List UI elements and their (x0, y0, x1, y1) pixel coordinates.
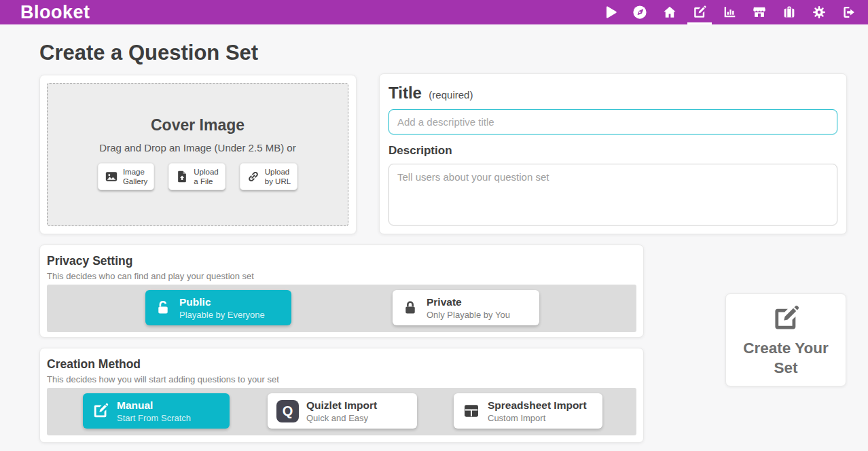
description-label: Description (388, 144, 837, 158)
nav-blooks[interactable] (774, 0, 804, 24)
edit-icon (92, 402, 109, 420)
quizlet-icon: Q (276, 400, 299, 422)
title-label-row: Title (required) (388, 84, 837, 103)
nav-market[interactable] (744, 0, 774, 24)
quizlet-sublabel: Quick and Easy (306, 413, 377, 423)
create-your-set-label: Create Your Set (726, 339, 846, 378)
gear-icon (812, 5, 827, 20)
creation-method-card: Creation Method This decides how you wil… (39, 348, 644, 443)
top-navbar: Blooket (0, 0, 868, 24)
manual-sublabel: Start From Scratch (117, 413, 191, 423)
image-gallery-button[interactable]: Image Gallery (98, 163, 154, 190)
private-sublabel: Only Playable by You (427, 310, 510, 320)
logout-icon (842, 5, 856, 20)
nav-create[interactable] (685, 0, 715, 24)
spreadsheet-sublabel: Custom Import (488, 413, 587, 423)
market-icon (752, 5, 767, 20)
creation-option-manual[interactable]: Manual Start From Scratch (83, 393, 230, 429)
edit-icon (692, 5, 707, 20)
nav-discover[interactable] (625, 0, 655, 24)
title-input[interactable] (388, 109, 837, 134)
page-title: Create a Question Set (39, 41, 258, 65)
table-icon (463, 402, 480, 420)
title-required-note: (required) (429, 89, 473, 101)
privacy-option-private[interactable]: Private Only Playable by You (393, 290, 539, 325)
edit-icon (771, 304, 801, 333)
bag-icon (782, 5, 797, 20)
private-label: Private (427, 296, 510, 308)
home-icon (662, 5, 677, 20)
cover-image-card: Cover Image Drag and Drop an Image (Unde… (39, 75, 357, 234)
privacy-options-strip: Public Playable by Everyone Private Only… (47, 285, 636, 332)
public-sublabel: Playable by Everyone (179, 310, 265, 320)
spreadsheet-label: Spreadsheet Import (488, 399, 587, 412)
title-description-card: Title (required) Description (379, 73, 847, 234)
creation-options-strip: Manual Start From Scratch Q Quizlet Impo… (47, 388, 636, 435)
cover-image-hint: Drag and Drop an Image (Under 2.5 MB) or (48, 142, 348, 154)
compass-icon (632, 5, 647, 20)
play-icon (602, 5, 617, 20)
cover-image-title: Cover Image (48, 116, 348, 134)
description-input[interactable] (388, 164, 837, 226)
image-icon (105, 170, 118, 183)
privacy-title: Privacy Setting (47, 254, 636, 268)
manual-label: Manual (117, 399, 191, 412)
navbar-icons (595, 0, 868, 24)
stats-icon (722, 5, 737, 20)
link-icon (247, 170, 260, 183)
active-tab-underline (687, 22, 712, 24)
cover-image-buttons: Image Gallery Upload a File (48, 163, 348, 190)
upload-file-label: Upload a File (194, 167, 218, 187)
quizlet-label: Quizlet Import (306, 399, 377, 412)
upload-file-button[interactable]: Upload a File (168, 163, 225, 190)
privacy-setting-card: Privacy Setting This decides who can fin… (39, 245, 644, 338)
creation-option-quizlet[interactable]: Q Quizlet Import Quick and Easy (268, 393, 417, 429)
upload-url-label: Upload by URL (265, 167, 291, 187)
title-label: Title (388, 84, 422, 102)
nav-home[interactable] (655, 0, 685, 24)
nav-settings[interactable] (804, 0, 834, 24)
blooket-logo[interactable]: Blooket (20, 0, 90, 24)
privacy-option-public[interactable]: Public Playable by Everyone (145, 290, 291, 325)
image-gallery-label: Image Gallery (123, 167, 147, 187)
creation-option-spreadsheet[interactable]: Spreadsheet Import Custom Import (454, 393, 602, 429)
nav-stats[interactable] (715, 0, 744, 24)
upload-url-button[interactable]: Upload by URL (240, 163, 297, 190)
creation-subtitle: This decides how you will start adding q… (47, 374, 636, 384)
creation-title: Creation Method (47, 357, 636, 372)
lock-open-icon (154, 299, 172, 317)
lock-icon (401, 299, 419, 317)
cover-image-dropzone[interactable]: Cover Image Drag and Drop an Image (Unde… (47, 83, 348, 226)
file-upload-icon (175, 170, 189, 183)
nav-play[interactable] (595, 0, 625, 24)
nav-logout[interactable] (834, 0, 864, 24)
privacy-subtitle: This decides who can find and play your … (47, 271, 636, 281)
public-label: Public (179, 296, 265, 308)
create-your-set-button[interactable]: Create Your Set (725, 293, 846, 386)
